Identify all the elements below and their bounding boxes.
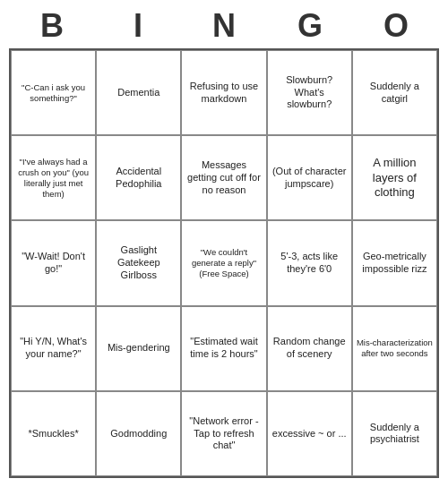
bingo-cell-r0-c2: Refusing to use markdown xyxy=(181,50,266,135)
bingo-cell-r1-c0: "I've always had a crush on you" (you li… xyxy=(11,135,96,220)
header-letter: G xyxy=(267,7,353,45)
bingo-header: BINGO xyxy=(9,7,439,45)
bingo-cell-r1-c4: A million layers of clothing xyxy=(352,135,437,220)
bingo-cell-r2-c1: Gaslight Gatekeep Girlboss xyxy=(96,220,181,305)
bingo-cell-r3-c0: "Hi Y/N, What's your name?" xyxy=(11,306,96,391)
bingo-cell-r0-c3: Slowburn? What's slowburn? xyxy=(267,50,352,135)
header-letter: B xyxy=(9,7,95,45)
bingo-cell-r4-c2: "Network error - Tap to refresh chat" xyxy=(181,391,266,476)
bingo-cell-r4-c1: Godmodding xyxy=(96,391,181,476)
bingo-cell-r1-c1: Accidental Pedophilia xyxy=(96,135,181,220)
bingo-cell-r2-c4: Geo-metrically impossible rizz xyxy=(352,220,437,305)
bingo-cell-r1-c2: Messages getting cut off for no reason xyxy=(181,135,266,220)
bingo-cell-r0-c1: Dementia xyxy=(96,50,181,135)
header-letter: I xyxy=(95,7,181,45)
bingo-cell-r2-c3: 5'-3, acts like they're 6'0 xyxy=(267,220,352,305)
bingo-cell-r3-c1: Mis-gendering xyxy=(96,306,181,391)
bingo-cell-r4-c0: *Smuckles* xyxy=(11,391,96,476)
bingo-grid: "C-Can i ask you something?"DementiaRefu… xyxy=(9,48,439,478)
bingo-cell-r3-c2: "Estimated wait time is 2 hours" xyxy=(181,306,266,391)
header-letter: O xyxy=(353,7,439,45)
header-letter: N xyxy=(181,7,267,45)
bingo-cell-r3-c3: Random change of scenery xyxy=(267,306,352,391)
bingo-cell-r2-c2: "We couldn't generate a reply"(Free Spac… xyxy=(181,220,266,305)
bingo-cell-r0-c4: Suddenly a catgirl xyxy=(352,50,437,135)
bingo-cell-r0-c0: "C-Can i ask you something?" xyxy=(11,50,96,135)
bingo-cell-r4-c4: Suddenly a psychiatrist xyxy=(352,391,437,476)
bingo-cell-r4-c3: excessive ~ or ... xyxy=(267,391,352,476)
bingo-cell-r3-c4: Mis-characterization after two seconds xyxy=(352,306,437,391)
bingo-cell-r2-c0: "W-Wait! Don't go!" xyxy=(11,220,96,305)
bingo-cell-r1-c3: (Out of character jumpscare) xyxy=(267,135,352,220)
